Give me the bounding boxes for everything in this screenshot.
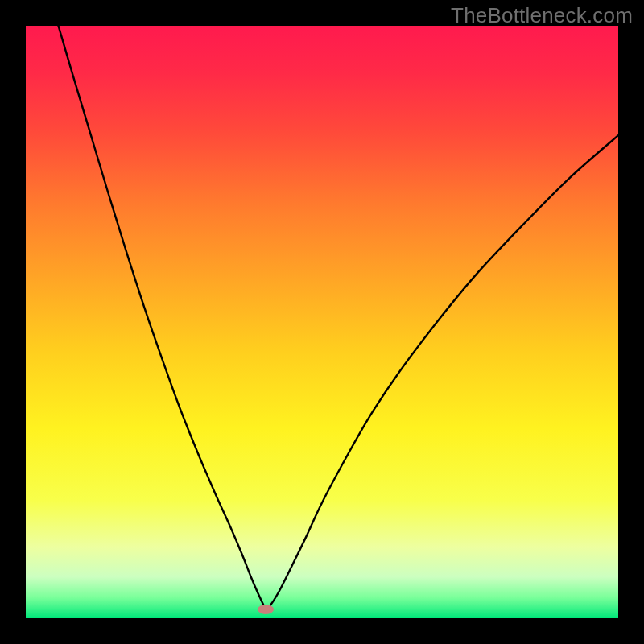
- watermark-text: TheBottleneck.com: [451, 3, 633, 28]
- outer-frame: TheBottleneck.com: [0, 0, 644, 644]
- plot-area: [26, 26, 618, 618]
- chart-svg: [26, 26, 618, 618]
- gradient-background: [26, 26, 618, 618]
- minimum-marker: [258, 605, 274, 614]
